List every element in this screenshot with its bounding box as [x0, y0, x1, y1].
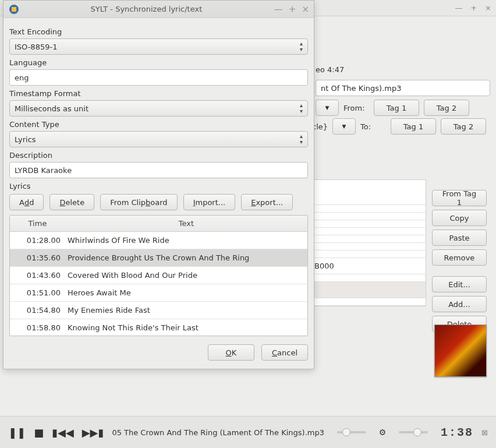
paste-button[interactable]: Paste: [432, 230, 487, 246]
to-tag1-button[interactable]: Tag 1: [391, 118, 436, 135]
chevron-down-icon: ▼: [342, 124, 346, 129]
next-track-icon[interactable]: ▶▶▮: [82, 426, 104, 439]
minimize-icon[interactable]: —: [455, 3, 462, 12]
content-type-value: Lyrics: [15, 135, 36, 144]
volume-icon[interactable]: ⚙: [379, 428, 387, 437]
chevron-updown-icon: ▴▾: [300, 133, 303, 145]
dialog-titlebar[interactable]: SYLT - Synchronized lyric/text — + ×: [3, 1, 314, 18]
lyrics-toolbar: Add Delete From Clipboard Import... Expo…: [9, 194, 308, 210]
delete-lyric-button[interactable]: Delete: [49, 194, 94, 210]
lyric-time: 01:58.80: [10, 323, 65, 332]
lyric-row[interactable]: 01:35.60Providence Brought Us The Crown …: [10, 249, 307, 267]
lyric-row[interactable]: 01:43.60Covered With Blood And Our Pride: [10, 267, 307, 284]
copy-button[interactable]: Copy: [432, 210, 487, 226]
time-column-header[interactable]: Time: [10, 216, 65, 231]
add-lyric-button[interactable]: Add: [9, 194, 44, 210]
dialog-maximize-icon[interactable]: +: [289, 4, 296, 15]
seek-slider[interactable]: [337, 431, 366, 433]
add-button[interactable]: Add...: [432, 296, 487, 312]
lyric-text: Providence Brought Us The Crown And The …: [65, 253, 307, 262]
from-tag2-button[interactable]: Tag 2: [424, 100, 469, 116]
now-playing-track: 05 The Crown And The Ring (Lament Of The…: [112, 428, 324, 437]
frame-action-buttons: From Tag 1 Copy Paste Remove Edit... Add…: [432, 190, 487, 332]
format-dropdown-2[interactable]: ▼: [332, 118, 356, 135]
lyric-row[interactable]: 01:58.80Knowing Not This Ride's Their La…: [10, 319, 307, 336]
lyrics-label: Lyrics: [9, 182, 308, 191]
audio-info-text: eo 4:47: [316, 63, 490, 76]
app-icon: [8, 3, 20, 15]
lyric-row[interactable]: 01:28.00Whirlwinds Of Fire We Ride: [10, 232, 307, 249]
lyric-time: 01:54.80: [10, 306, 65, 315]
filename-value: nt Of The Kings).mp3: [321, 84, 402, 93]
filename-field[interactable]: nt Of The Kings).mp3: [316, 80, 490, 96]
format-dropdown-1[interactable]: ▼: [316, 100, 339, 116]
lyric-time: 01:35.60: [10, 253, 65, 262]
from-tag1-action-button[interactable]: From Tag 1: [432, 190, 487, 206]
dialog-close-icon[interactable]: ×: [302, 4, 309, 15]
remove-button[interactable]: Remove: [432, 249, 487, 266]
lyric-row[interactable]: 01:54.80My Enemies Ride Fast: [10, 302, 307, 319]
export-button[interactable]: Export...: [241, 194, 293, 210]
from-label: From:: [343, 104, 369, 112]
sylt-dialog: SYLT - Synchronized lyric/text — + × Tex…: [3, 0, 314, 369]
maximize-icon[interactable]: +: [470, 3, 477, 12]
playback-time: 1:38: [441, 426, 473, 439]
prev-track-icon[interactable]: ▮◀◀: [52, 426, 74, 439]
chevron-down-icon: ▼: [325, 105, 330, 111]
player-bar: ❚❚ ■ ▮◀◀ ▶▶▮ 05 The Crown And The Ring (…: [0, 416, 496, 448]
pause-icon[interactable]: ❚❚: [8, 426, 26, 439]
lyrics-table-body[interactable]: 01:28.00Whirlwinds Of Fire We Ride01:35.…: [10, 232, 307, 336]
timestamp-format-select[interactable]: Milliseconds as unit ▴▾: [9, 100, 308, 117]
text-column-header[interactable]: Text: [65, 216, 307, 231]
text-encoding-select[interactable]: ISO-8859-1 ▴▾: [9, 38, 308, 55]
description-label: Description: [9, 151, 308, 160]
timestamp-format-label: Timestamp Format: [9, 89, 308, 98]
text-encoding-value: ISO-8859-1: [15, 43, 57, 51]
cancel-button[interactable]: Cancel: [261, 344, 308, 361]
svg-rect-1: [12, 7, 16, 12]
lyric-text: Covered With Blood And Our Pride: [65, 271, 307, 280]
import-button[interactable]: Import...: [183, 194, 236, 210]
chevron-updown-icon: ▴▾: [300, 103, 303, 114]
album-cover-image: [434, 324, 487, 377]
lyric-time: 01:51.00: [10, 288, 65, 297]
language-input[interactable]: [9, 69, 308, 86]
to-tag2-button[interactable]: Tag 2: [441, 118, 486, 135]
lyric-text: Whirlwinds Of Fire We Ride: [65, 236, 307, 245]
edit-button[interactable]: Edit...: [432, 276, 487, 292]
from-clipboard-button[interactable]: From Clipboard: [100, 194, 177, 210]
close-player-icon[interactable]: ⊠: [481, 428, 488, 437]
lyric-time: 01:28.00: [10, 236, 65, 245]
close-icon[interactable]: ×: [485, 3, 491, 12]
stop-icon[interactable]: ■: [34, 426, 44, 439]
lyric-row[interactable]: 01:51.00Heroes Await Me: [10, 284, 307, 302]
timestamp-format-value: Milliseconds as unit: [15, 104, 88, 113]
format1-suffix: cle}: [312, 122, 328, 131]
chevron-updown-icon: ▴▾: [300, 41, 303, 52]
dialog-title: SYLT - Synchronized lyric/text: [24, 5, 268, 13]
lyric-text: Heroes Await Me: [65, 288, 307, 297]
text-encoding-label: Text Encoding: [9, 27, 308, 36]
ok-button[interactable]: OK: [208, 344, 254, 361]
language-label: Language: [9, 58, 308, 67]
to-label: To:: [360, 122, 386, 131]
file-info-panel: eo 4:47 nt Of The Kings).mp3 ▼ From: Tag…: [316, 63, 490, 137]
lyric-text: My Enemies Ride Fast: [65, 306, 307, 315]
dialog-minimize-icon[interactable]: —: [274, 4, 283, 15]
content-type-label: Content Type: [9, 120, 308, 129]
from-tag1-button[interactable]: Tag 1: [374, 100, 419, 116]
content-type-select[interactable]: Lyrics ▴▾: [9, 131, 308, 147]
lyric-text: Knowing Not This Ride's Their Last: [65, 323, 307, 332]
lyric-time: 01:43.60: [10, 271, 65, 280]
lyrics-table: Time Text 01:28.00Whirlwinds Of Fire We …: [9, 215, 308, 336]
volume-slider[interactable]: [399, 431, 428, 433]
description-input[interactable]: [9, 162, 308, 178]
